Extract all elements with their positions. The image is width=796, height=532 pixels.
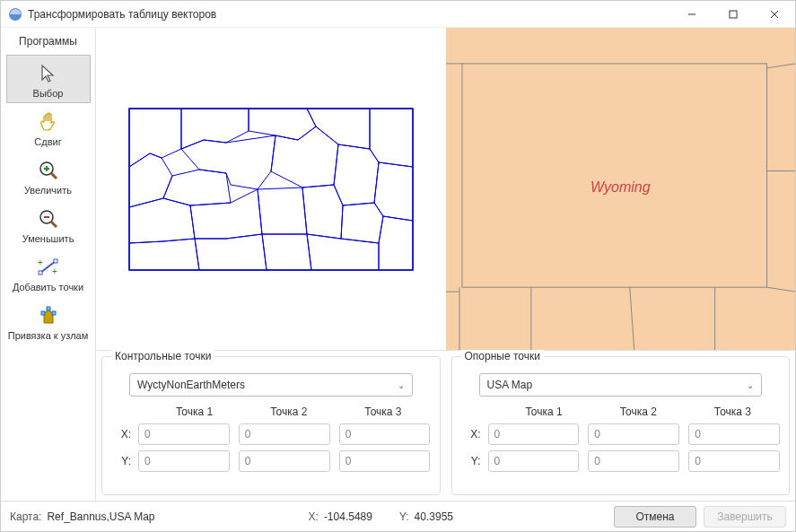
row-label-x: X: [111,428,138,440]
svg-rect-17 [41,311,45,315]
svg-rect-19 [47,307,50,310]
control-points-panel: Контрольные точки WyctyNonEarthMeters ⌄ … [101,356,441,495]
tool-pan[interactable]: Сдвиг [6,103,91,152]
statusbar: Карта: Ref_Bannus,USA Map X: -104.5489 Y… [1,501,795,531]
status-map-label: Карта: [10,510,41,523]
cursor-icon [36,61,61,86]
close-button[interactable] [754,1,795,28]
add-points-icon: ++ [36,255,61,280]
tool-zoom-in[interactable]: Увеличить [6,152,91,200]
svg-rect-18 [52,311,56,315]
finish-button[interactable]: Завершить [704,506,786,528]
row-label-x: X: [461,428,488,440]
col-header: Точка 1 [147,406,241,418]
col-header: Точка 3 [336,406,430,418]
panel-title: Контрольные точки [111,350,214,362]
ctrl-y2-input[interactable] [239,450,330,472]
tool-label: Сдвиг [34,136,61,147]
ctrl-y1-input[interactable] [138,450,230,472]
tool-label: Уменьшить [22,233,74,244]
col-header: Точка 2 [241,406,336,418]
svg-rect-20 [129,109,413,270]
svg-text:+: + [52,266,57,276]
tool-snap-nodes[interactable]: Привязка к узлам [6,297,91,345]
status-map-value: Ref_Bannus,USA Map [47,510,154,523]
svg-line-25 [766,287,795,292]
ctrl-x2-input[interactable] [239,423,330,445]
svg-rect-14 [54,259,57,263]
app-icon [8,7,22,22]
col-header: Точка 1 [497,406,591,418]
col-header: Точка 3 [686,406,780,418]
status-y-value: 40.3955 [415,510,453,523]
ctrl-x3-input[interactable] [339,423,431,445]
tool-zoom-out[interactable]: Уменьшить [6,200,91,249]
svg-rect-2 [730,11,737,18]
sidebar-header: Программы [19,31,77,55]
status-x-value: -104.5489 [324,510,372,523]
map-left-canvas[interactable] [96,28,446,350]
svg-line-28 [629,287,634,350]
titlebar: Трансформировать таблицу векторов [1,1,795,28]
ref-y2-input[interactable] [588,450,679,472]
snap-nodes-icon [36,303,61,328]
chevron-down-icon: ⌄ [747,380,754,390]
tool-add-points[interactable]: ++ Добавить точки [6,249,91,297]
ref-y1-input[interactable] [488,450,580,472]
tool-label: Добавить точки [13,282,83,292]
sidebar: Программы Выбор Сдвиг Увеличить Уменьшит… [1,28,96,501]
tool-label: Выбор [33,88,64,99]
zoom-out-icon [36,206,61,231]
reference-points-panel: Опорные точки USA Map ⌄ Точка 1 Точка 2 … [451,356,791,495]
svg-text:+: + [38,257,43,267]
map-right-canvas[interactable]: Wyoming [446,28,796,350]
zoom-in-icon [36,158,61,183]
hand-icon [36,109,61,135]
svg-line-24 [766,64,795,68]
map-region-label: Wyoming [590,179,651,196]
tool-label: Привязка к узлам [8,330,89,341]
window-title: Трансформировать таблицу векторов [28,8,671,21]
chevron-down-icon: ⌄ [398,380,405,390]
ref-x1-input[interactable] [488,423,580,445]
ref-x2-input[interactable] [588,423,679,445]
status-y-label: Y: [399,510,409,523]
ref-x3-input[interactable] [688,423,780,445]
svg-line-6 [51,173,57,179]
cancel-button[interactable]: Отмена [614,506,696,528]
ref-y3-input[interactable] [688,450,780,472]
panel-title: Опорные точки [461,350,544,362]
svg-rect-13 [39,271,42,275]
minimize-button[interactable] [671,1,713,28]
tool-label: Увеличить [24,185,72,196]
ctrl-x1-input[interactable] [138,423,230,445]
status-x-label: X: [309,510,319,523]
reference-layer-dropdown[interactable]: USA Map ⌄ [479,373,763,397]
tool-select[interactable]: Выбор [6,55,91,103]
col-header: Точка 2 [591,406,686,418]
control-layer-dropdown[interactable]: WyctyNonEarthMeters ⌄ [129,373,413,397]
ctrl-y3-input[interactable] [339,450,431,472]
svg-rect-21 [461,64,766,287]
row-label-y: Y: [461,455,488,467]
maximize-button[interactable] [713,1,754,28]
svg-line-10 [51,222,57,227]
row-label-y: Y: [111,455,138,467]
